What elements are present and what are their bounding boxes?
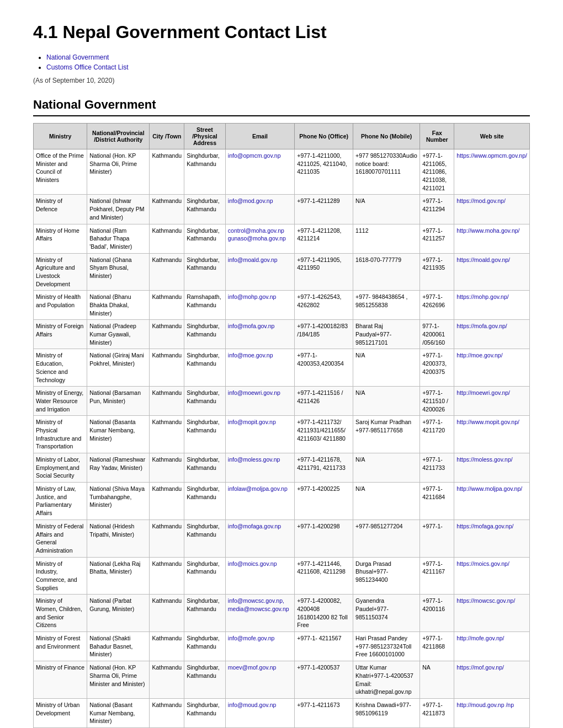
cell-city: Kathmandu [150,149,184,195]
website-link[interactable]: http://www.moljpa.gov.np/ [456,485,522,492]
cell-street: Singhdurbar, Kathmandu [184,595,226,632]
email-link[interactable]: info@moics.gov.np [228,560,277,567]
cell-email: info@mofe.gov.np [225,632,294,661]
cell-phone_office: +977-1-4200182/83 /184/185 [295,320,353,349]
website-link[interactable]: https://moics.gov.np/ [456,560,509,567]
cell-ministry: Ministry of Urban Development [34,698,87,727]
cell-authority: National (Ghana Shyam Bhusal, Minister) [87,253,150,291]
website-link[interactable]: http://moe.gov.np/ [456,352,502,358]
cell-phone_office: +977-1-4211905, 4211950 [295,253,353,291]
cell-ministry: Ministry of Forest and Environment [34,632,87,661]
cell-fax: 977-1-4200061 /056/160 [420,320,454,349]
website-link[interactable]: https://mohp.gov.np/ [456,293,508,300]
cell-phone_mobile: N/A [353,453,420,483]
email-link[interactable]: info@mofe.gov.np [228,635,275,641]
cell-fax: +977-1-4200116 [420,595,454,632]
cell-ministry: Ministry of Home Affairs [34,224,87,253]
cell-phone_office: +977-1-4211000, 4211025, 4211040, 421103… [295,149,353,195]
cell-phone_mobile: Uttar Kumar Khatri+977-1-4200537 Email: … [353,661,420,699]
cell-street: Singhdurbar, Kathmandu [184,387,226,416]
cell-phone_mobile: Krishna Dawadi+977-9851096119 [353,698,420,727]
cell-email: info@moe.gov.np [225,349,294,387]
cell-street: Singhdurbar, Kathmandu [184,661,226,699]
cell-website: https://moics.gov.np/ [454,557,530,595]
cell-website: http://www.moha.gov.np/ [454,224,530,253]
cell-city: Kathmandu [150,195,184,224]
website-link[interactable]: http://www.mopit.gov.np/ [456,419,519,425]
cell-phone_mobile: N/A [353,349,420,387]
cell-authority: National (Ram Bahadur Thapa 'Badal', Min… [87,224,150,253]
cell-authority: National (Lekha Raj Bhatta, Minister) [87,557,150,595]
website-link[interactable]: http://mofe.gov.np/ [456,635,504,641]
table-header: Web site [454,124,530,149]
website-link[interactable]: https://moless.gov.np/ [456,456,512,463]
cell-street: Ramshapath, Kathmandu [184,291,226,320]
cell-authority: National (Parbat Gurung, Minister) [87,595,150,632]
cell-website: http://moud.gov.np /np [454,698,530,727]
email-link[interactable]: infolaw@moljpa.gov.np [228,485,288,492]
cell-phone_office: +977-1-4211678, 4211791, 4211733 [295,453,353,483]
website-link[interactable]: http://moewri.gov.np/ [456,389,510,396]
email-link[interactable]: moev@mof.gov.np [228,664,277,671]
toc-link[interactable]: National Government [46,53,109,61]
cell-website: http://moewri.gov.np/ [454,387,530,416]
cell-email: info@moics.gov.np [225,557,294,595]
cell-ministry: Office of the Prime Minister and Council… [34,149,87,195]
cell-website: https://mofa.gov.np/ [454,320,530,349]
cell-fax: +977-1-4211720 [420,416,454,453]
cell-ministry: Ministry of Agriculture and Livestock De… [34,253,87,291]
website-link[interactable]: https://moald.gov.np/ [456,256,510,263]
website-link[interactable]: https://mofaga.gov.np/ [456,523,513,529]
website-link[interactable]: https://www.opmcm.gov.np/ [456,152,527,159]
email-link[interactable]: info@mohp.gov.np [228,293,277,300]
cell-ministry: Ministry of Defence [34,195,87,224]
email-link[interactable]: info@moe.gov.np [228,352,273,358]
email-link[interactable]: control@moha.gov.np gunaso@moha.gov.np [228,227,286,242]
cell-website: https://mof.gov.np/ [454,661,530,699]
cell-website: https://mohp.gov.np/ [454,291,530,320]
website-link[interactable]: https://mofa.gov.np/ [456,323,507,329]
email-link[interactable]: info@mopit.gov.np [228,419,276,425]
cell-ministry: Ministry of Energy, Water Resource and I… [34,387,87,416]
cell-ministry: Ministry of Labor, Employment,and Social… [34,453,87,483]
cell-email: info@opmcm.gov.np [225,149,294,195]
table-header: Fax Number [420,124,454,149]
email-link[interactable]: info@moless.gov.np [228,456,280,463]
email-link[interactable]: info@opmcm.gov.np [228,152,281,159]
email-link[interactable]: info@moud.gov.np [228,702,277,708]
cell-authority: National (Ishwar Pokharel, Deputy PM and… [87,195,150,224]
website-link[interactable]: http://www.moha.gov.np/ [456,227,519,234]
website-link[interactable]: https://mowcsc.gov.np/ [456,597,515,604]
table-row: Ministry of Labor, Employment,and Social… [34,453,530,483]
cell-email: moev@mof.gov.np [225,661,294,699]
table-row: Office of the Prime Minister and Council… [34,149,530,195]
email-link[interactable]: info@moewri.gov.np [228,389,280,396]
website-link[interactable]: http://moud.gov.np /np [456,702,514,708]
cell-city: Kathmandu [150,595,184,632]
table-header: Phone No (Office) [295,124,353,149]
cell-ministry: Ministry of Law, Justice, and Parliament… [34,483,87,520]
cell-phone_office: +977-1-4211732/ 4211931/4211655/ 4211603… [295,416,353,453]
cell-city: Kathmandu [150,661,184,699]
cell-street: Singhdurbar, Kathmandu [184,195,226,224]
cell-ministry: Ministry of Industry, Commerce, and Supp… [34,557,87,595]
cell-email: control@moha.gov.np gunaso@moha.gov.np [225,224,294,253]
email-link[interactable]: info@mod.gov.np [228,197,273,204]
cell-city: Kathmandu [150,349,184,387]
email-link[interactable]: info@mowcsc.gov.np, media@mowcsc.gov.np [228,597,289,612]
cell-phone_office: +977-1-4200225 [295,483,353,520]
cell-authority: National (Bhanu Bhakta Dhakal, Minister) [87,291,150,320]
cell-ministry: Ministry of Physical Infrastructure and … [34,416,87,453]
ministry-table: MinistryNational/Provincial /District Au… [33,123,530,728]
cell-authority: National (Pradeep Kumar Gyawali, Ministe… [87,320,150,349]
cell-authority: National (Hridesh Tripathi, Minister) [87,520,150,557]
email-link[interactable]: info@mofa.gov.np [228,323,275,329]
email-link[interactable]: info@mofaga.gov.np [228,523,281,529]
website-link[interactable]: https://mod.gov.np/ [456,197,506,204]
toc-link[interactable]: Customs Office Contact List [46,63,129,71]
website-link[interactable]: https://mof.gov.np/ [456,664,504,671]
email-link[interactable]: info@moald.gov.np [228,256,278,263]
cell-phone_mobile: +977 9851270330Audio notice board: 16180… [353,149,420,195]
cell-phone_mobile: N/A [353,387,420,416]
cell-street: Singhdurbar, Kathmandu [184,149,226,195]
